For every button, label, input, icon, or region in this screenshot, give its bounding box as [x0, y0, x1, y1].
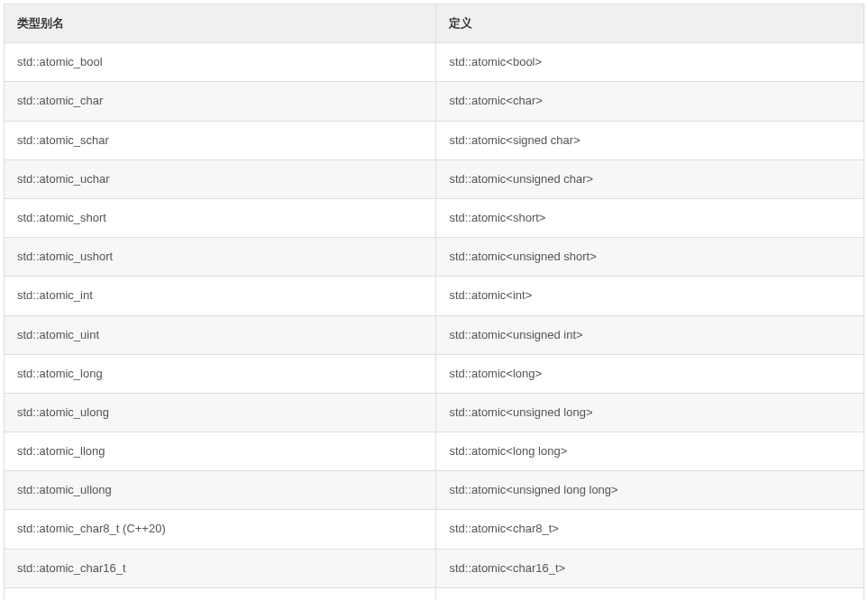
table-row: std::atomic_ushortstd::atomic<unsigned s… [5, 238, 864, 277]
cell-type-alias: std::atomic_ullong [5, 471, 436, 510]
cell-type-alias: std::atomic_char16_t [5, 549, 436, 587]
cell-definition: std::atomic<bool> [436, 43, 864, 82]
cell-type-alias: std::atomic_schar [5, 121, 436, 159]
header-type-alias: 类型别名 [5, 5, 436, 43]
table-row: std::atomic_boolstd::atomic<bool> [5, 43, 864, 82]
table-row: std::atomic_scharstd::atomic<signed char… [5, 121, 864, 159]
cell-type-alias: std::atomic_uint [5, 315, 436, 354]
cell-type-alias: std::atomic_int [5, 277, 436, 315]
cell-definition: std::atomic<long> [436, 354, 864, 393]
cell-definition: std::atomic<unsigned short> [436, 238, 864, 277]
atomic-type-alias-table: 类型别名 定义 std::atomic_boolstd::atomic<bool… [4, 4, 864, 600]
header-definition: 定义 [436, 5, 864, 43]
cell-definition: std::atomic<char> [436, 82, 864, 121]
cell-definition: std::atomic<long long> [436, 432, 864, 471]
table-row: std::atomic_char32_tstd::atomic<char32_t… [5, 587, 864, 600]
cell-definition: std::atomic<signed char> [436, 121, 864, 159]
table-row: std::atomic_llongstd::atomic<long long> [5, 432, 864, 471]
cell-definition: std::atomic<unsigned int> [436, 315, 864, 354]
cell-definition: std::atomic<unsigned long long> [436, 471, 864, 510]
table-row: std::atomic_charstd::atomic<char> [5, 82, 864, 121]
cell-definition: std::atomic<short> [436, 198, 864, 237]
cell-definition: std::atomic<unsigned char> [436, 159, 864, 198]
cell-type-alias: std::atomic_ushort [5, 238, 436, 277]
cell-type-alias: std::atomic_bool [5, 43, 436, 82]
cell-type-alias: std::atomic_char8_t (C++20) [5, 510, 436, 549]
cell-definition: std::atomic<char32_t> [436, 587, 864, 600]
table-row: std::atomic_ulongstd::atomic<unsigned lo… [5, 393, 864, 432]
cell-type-alias: std::atomic_long [5, 354, 436, 393]
cell-definition: std::atomic<unsigned long> [436, 393, 864, 432]
cell-definition: std::atomic<char16_t> [436, 549, 864, 587]
table-row: std::atomic_ucharstd::atomic<unsigned ch… [5, 159, 864, 198]
cell-type-alias: std::atomic_llong [5, 432, 436, 471]
table-row: std::atomic_shortstd::atomic<short> [5, 198, 864, 237]
table-row: std::atomic_char16_tstd::atomic<char16_t… [5, 549, 864, 587]
table-row: std::atomic_longstd::atomic<long> [5, 354, 864, 393]
cell-type-alias: std::atomic_char32_t [5, 587, 436, 600]
table-row: std::atomic_ullongstd::atomic<unsigned l… [5, 471, 864, 510]
cell-type-alias: std::atomic_uchar [5, 159, 436, 198]
table-row: std::atomic_intstd::atomic<int> [5, 277, 864, 315]
cell-type-alias: std::atomic_short [5, 198, 436, 237]
cell-definition: std::atomic<int> [436, 277, 864, 315]
cell-type-alias: std::atomic_ulong [5, 393, 436, 432]
table-row: std::atomic_uintstd::atomic<unsigned int… [5, 315, 864, 354]
cell-definition: std::atomic<char8_t> [436, 510, 864, 549]
table-row: std::atomic_char8_t (C++20)std::atomic<c… [5, 510, 864, 549]
cell-type-alias: std::atomic_char [5, 82, 436, 121]
